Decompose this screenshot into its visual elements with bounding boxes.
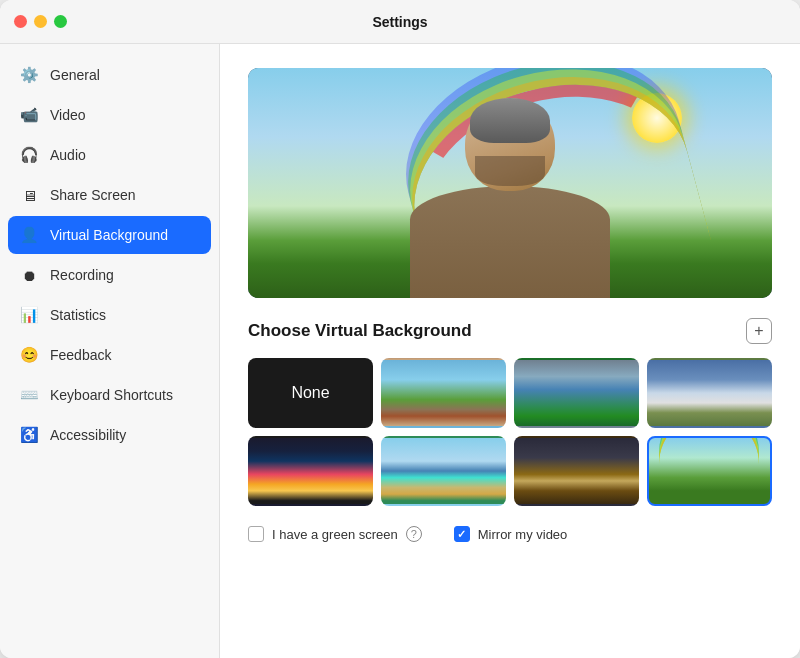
sidebar-item-label: Virtual Background xyxy=(50,227,168,243)
bg-thumb-lake[interactable] xyxy=(514,358,639,428)
recording-icon xyxy=(18,264,40,286)
bg-thumb-bar[interactable] xyxy=(514,436,639,506)
green-screen-checkbox[interactable] xyxy=(248,526,264,542)
sidebar-item-label: General xyxy=(50,67,100,83)
person-figure xyxy=(400,88,620,298)
none-label: None xyxy=(291,384,329,402)
window-controls xyxy=(14,15,67,28)
video-icon xyxy=(18,104,40,126)
mirror-video-label: Mirror my video xyxy=(478,527,568,542)
bg-thumb-none[interactable]: None xyxy=(248,358,373,428)
minimize-button[interactable] xyxy=(34,15,47,28)
keyboard-shortcuts-icon xyxy=(18,384,40,406)
main-panel: Choose Virtual Background + None xyxy=(220,44,800,658)
mirror-video-checkbox-item[interactable]: Mirror my video xyxy=(454,526,568,542)
share-screen-icon xyxy=(18,184,40,206)
choose-section-header: Choose Virtual Background + xyxy=(248,318,772,344)
checkboxes-row: I have a green screen ? Mirror my video xyxy=(248,526,772,542)
bg-thumb-park[interactable] xyxy=(381,358,506,428)
add-background-button[interactable]: + xyxy=(746,318,772,344)
sidebar-item-label: Audio xyxy=(50,147,86,163)
settings-window: Settings General Video Audio Share Scree… xyxy=(0,0,800,658)
audio-icon xyxy=(18,144,40,166)
sidebar-item-share-screen[interactable]: Share Screen xyxy=(8,176,211,214)
close-button[interactable] xyxy=(14,15,27,28)
sidebar-item-virtual-background[interactable]: Virtual Background xyxy=(8,216,211,254)
sidebar-item-label: Accessibility xyxy=(50,427,126,443)
sidebar-item-accessibility[interactable]: Accessibility xyxy=(8,416,211,454)
sidebar-item-feedback[interactable]: Feedback xyxy=(8,336,211,374)
statistics-icon xyxy=(18,304,40,326)
window-title: Settings xyxy=(372,14,427,30)
green-screen-checkbox-item[interactable]: I have a green screen ? xyxy=(248,526,422,542)
sidebar-item-label: Share Screen xyxy=(50,187,136,203)
person-body xyxy=(410,186,610,298)
sidebar-item-label: Video xyxy=(50,107,86,123)
sidebar-item-keyboard-shortcuts[interactable]: Keyboard Shortcuts xyxy=(8,376,211,414)
choose-title: Choose Virtual Background xyxy=(248,321,472,341)
virtual-background-icon xyxy=(18,224,40,246)
sidebar-item-recording[interactable]: Recording xyxy=(8,256,211,294)
thumb-rainbow-arc xyxy=(659,436,759,484)
bg-thumb-rainbow[interactable] xyxy=(647,436,772,506)
sidebar: General Video Audio Share Screen Virtual… xyxy=(0,44,220,658)
sidebar-item-general[interactable]: General xyxy=(8,56,211,94)
sidebar-item-audio[interactable]: Audio xyxy=(8,136,211,174)
green-screen-help-icon[interactable]: ? xyxy=(406,526,422,542)
sidebar-item-statistics[interactable]: Statistics xyxy=(8,296,211,334)
green-screen-label: I have a green screen xyxy=(272,527,398,542)
background-grid: None xyxy=(248,358,772,506)
bg-thumb-sunset[interactable] xyxy=(248,436,373,506)
general-icon xyxy=(18,64,40,86)
sidebar-item-label: Keyboard Shortcuts xyxy=(50,387,173,403)
sidebar-item-label: Feedback xyxy=(50,347,111,363)
sidebar-item-video[interactable]: Video xyxy=(8,96,211,134)
sidebar-item-label: Statistics xyxy=(50,307,106,323)
bg-thumb-clouds[interactable] xyxy=(647,358,772,428)
person-head xyxy=(465,98,555,191)
bg-thumb-beach[interactable] xyxy=(381,436,506,506)
title-bar: Settings xyxy=(0,0,800,44)
video-scene xyxy=(248,68,772,298)
mirror-video-checkbox[interactable] xyxy=(454,526,470,542)
person-hair xyxy=(470,98,550,143)
accessibility-icon xyxy=(18,424,40,446)
sidebar-item-label: Recording xyxy=(50,267,114,283)
feedback-icon xyxy=(18,344,40,366)
person-beard xyxy=(475,156,545,186)
content-area: General Video Audio Share Screen Virtual… xyxy=(0,44,800,658)
video-preview xyxy=(248,68,772,298)
maximize-button[interactable] xyxy=(54,15,67,28)
